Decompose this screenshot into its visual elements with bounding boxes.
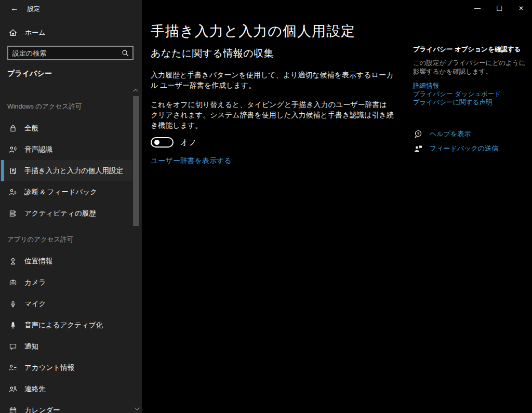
section-heading: あなたに関する情報の収集	[151, 47, 394, 60]
sidebar-item-diagnostics-feedback[interactable]: 診断 & フィードバック	[0, 181, 132, 203]
privacy-statement-link[interactable]: プライバシーに関する声明	[413, 98, 527, 106]
titlebar: ← 設定 — ☐ ✕	[0, 0, 532, 17]
maximize-icon: ☐	[496, 5, 502, 12]
privacy-dashboard-link[interactable]: プライバシー ダッシュボード	[413, 90, 527, 98]
svg-text:?: ?	[417, 131, 420, 136]
sidebar-item-location[interactable]: 位置情報	[0, 250, 132, 272]
camera-icon	[9, 278, 17, 287]
sidebar-item-microphone[interactable]: マイク	[0, 293, 132, 314]
chevron-down-icon[interactable]	[132, 405, 140, 412]
nav-section-header-windows-permissions: Windows のアクセス許可	[0, 86, 132, 117]
sidebar-item-voice-activation[interactable]: 音声によるアクティブ化	[0, 314, 132, 336]
toggle-row: オフ	[151, 137, 394, 148]
speech-recognition-icon	[9, 145, 17, 154]
microphone-icon	[9, 300, 17, 308]
lock-icon	[9, 124, 17, 132]
privacy-links: 詳細情報 プライバシー ダッシュボード プライバシーに関する声明	[413, 82, 527, 106]
settings-sidebar: ホーム プライバシー Windows のアクセス許可 全般	[0, 0, 142, 413]
scrollbar-thumb[interactable]	[133, 96, 139, 226]
maximize-button[interactable]: ☐	[488, 0, 510, 17]
toggle-state-label: オフ	[180, 138, 196, 148]
contacts-icon	[9, 385, 17, 393]
sidebar-item-home[interactable]: ホーム	[0, 24, 132, 41]
feedback-person-icon	[413, 144, 423, 153]
search-input[interactable]	[8, 49, 122, 57]
activity-history-icon	[9, 209, 17, 218]
sidebar-item-calendar[interactable]: カレンダー	[0, 399, 132, 413]
aside-column: プライバシー オプションを確認する この設定がプライバシーにどのように影響するか…	[413, 45, 527, 158]
sidebar-item-notifications[interactable]: 通知	[0, 336, 132, 357]
sidebar-item-account-info[interactable]: アカウント情報	[0, 357, 132, 378]
details-link[interactable]: 詳細情報	[413, 82, 527, 90]
account-info-icon	[9, 364, 17, 372]
sidebar-scrollbar[interactable]	[132, 86, 140, 413]
description-paragraph-2: これをオフに切り替えると、タイピングと手描き入力のユーザー辞書はクリアされます。…	[151, 99, 394, 130]
notification-icon	[9, 342, 17, 351]
chevron-up-icon[interactable]	[132, 87, 140, 94]
content-column: あなたに関する情報の収集 入力履歴と手書きパターンを使用して、より適切な候補を表…	[151, 47, 394, 166]
app-title: 設定	[28, 5, 40, 14]
sidebar-item-general[interactable]: 全般	[0, 117, 132, 139]
sidebar-nav: Windows のアクセス許可 全般 音声認識	[0, 86, 132, 413]
diagnostics-feedback-icon	[9, 188, 17, 196]
help-bubble-icon: ?	[413, 129, 423, 139]
help-block: ? ヘルプを表示 フィードバックの送信	[413, 129, 527, 153]
inking-typing-icon	[9, 167, 17, 175]
back-arrow-icon: ←	[10, 4, 19, 13]
view-user-dictionary-link[interactable]: ユーザー辞書を表示する	[151, 156, 232, 166]
voice-activation-icon	[9, 321, 17, 329]
window-controls: — ☐ ✕	[467, 0, 532, 17]
nav-section-header-app-permissions: アプリのアクセス許可	[0, 224, 132, 250]
sidebar-home-label: ホーム	[25, 28, 46, 37]
settings-search-box	[7, 46, 134, 60]
sidebar-item-inking-typing[interactable]: 手描き入力と入力の個人用設定	[0, 160, 132, 181]
privacy-options-heading: プライバシー オプションを確認する	[413, 45, 527, 54]
description-paragraph-1: 入力履歴と手書きパターンを使用して、より適切な候補を表示するローカル ユーザー辞…	[151, 70, 394, 90]
sidebar-item-camera[interactable]: カメラ	[0, 272, 132, 293]
close-icon: ✕	[518, 5, 524, 12]
minimize-icon: —	[474, 5, 481, 12]
calendar-icon	[9, 406, 17, 413]
sidebar-item-speech-recognition[interactable]: 音声認識	[0, 139, 132, 160]
main-panel: 手描き入力と入力の個人用設定 あなたに関する情報の収集 入力履歴と手書きパターン…	[142, 0, 532, 413]
back-button[interactable]: ←	[4, 0, 25, 17]
personalization-toggle[interactable]	[151, 137, 174, 148]
sidebar-item-contacts[interactable]: 連絡先	[0, 378, 132, 399]
category-title: プライバシー	[7, 69, 52, 78]
page-title: 手描き入力と入力の個人用設定	[151, 22, 355, 41]
close-button[interactable]: ✕	[510, 0, 532, 17]
location-icon	[9, 257, 17, 265]
privacy-options-description: この設定がプライバシーにどのように影響するかを確認します。	[413, 59, 527, 76]
minimize-button[interactable]: —	[467, 0, 488, 17]
toggle-knob	[154, 140, 159, 145]
home-icon	[9, 29, 17, 37]
send-feedback-link[interactable]: フィードバックの送信	[413, 144, 527, 153]
get-help-link[interactable]: ? ヘルプを表示	[413, 129, 527, 139]
sidebar-item-activity-history[interactable]: アクティビティの履歴	[0, 203, 132, 224]
search-icon[interactable]	[122, 49, 129, 57]
